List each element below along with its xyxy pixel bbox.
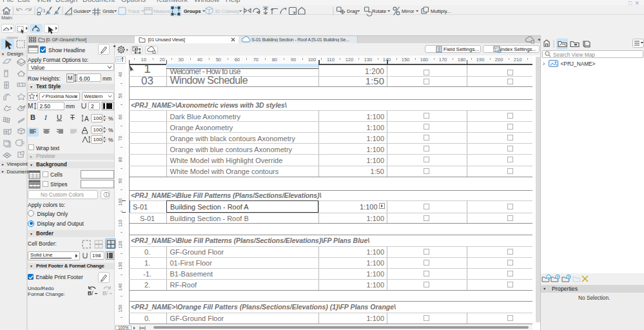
svg-text:+: + xyxy=(548,275,550,279)
svg-text:A: A xyxy=(84,115,89,122)
svg-text:Guides: Guides xyxy=(73,8,89,14)
svg-text:Drag: Drag xyxy=(347,8,357,14)
svg-text:Trace: Trace xyxy=(128,8,140,14)
svg-text:Rotate: Rotate xyxy=(372,8,386,14)
svg-text:P: P xyxy=(568,275,571,279)
svg-text:Groups: Groups xyxy=(184,8,201,14)
svg-text:Mirror: Mirror xyxy=(402,8,415,14)
svg-text:1: 1 xyxy=(43,8,46,14)
svg-text:M: M xyxy=(28,102,33,110)
svg-text:Measure: Measure xyxy=(153,9,170,14)
svg-text:P: P xyxy=(557,275,560,279)
svg-text:Grids: Grids xyxy=(102,8,114,14)
svg-text:3D Cutaway: 3D Cutaway xyxy=(215,9,240,14)
svg-text:M: M xyxy=(68,75,73,81)
svg-text:Multiply...: Multiply... xyxy=(431,8,451,14)
svg-text:/: / xyxy=(92,290,93,296)
svg-text:/: / xyxy=(106,290,108,296)
